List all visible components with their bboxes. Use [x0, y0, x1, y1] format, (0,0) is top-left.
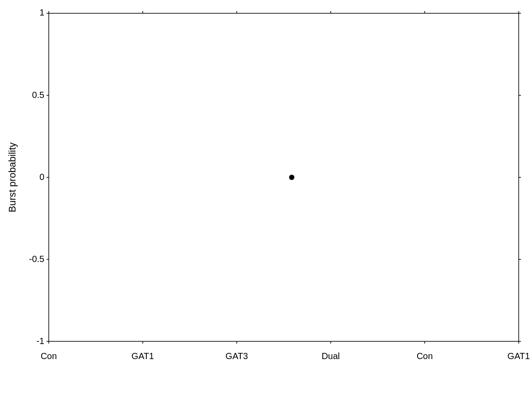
xlabel-con2: Con	[417, 351, 433, 361]
xlabel-gat1-1: GAT1	[132, 351, 154, 361]
yaxis-label: Burst probability	[7, 142, 18, 212]
xlabel-con1: Con	[41, 351, 57, 361]
chart-container: Burst probability 1 0.5 0 -0.5	[0, 0, 532, 399]
ytick-label--0.5: -0.5	[29, 254, 44, 264]
xlabel-gat1-2: GAT1	[508, 351, 530, 361]
ytick-label-0: 0	[39, 172, 44, 182]
ytick-label--1: -1	[36, 336, 44, 346]
data-point-0	[289, 175, 294, 180]
xlabel-gat3: GAT3	[226, 351, 248, 361]
ytick-label-1: 1	[39, 8, 44, 17]
xlabel-dual: Dual	[321, 351, 340, 361]
chart-svg: Burst probability 1 0.5 0 -0.5	[0, 0, 532, 399]
ytick-label-0.5: 0.5	[32, 90, 44, 100]
